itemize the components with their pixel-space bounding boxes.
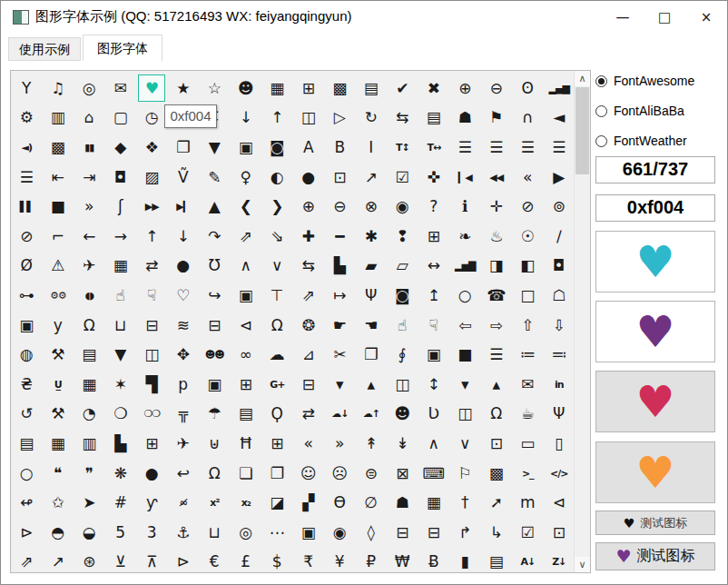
radio-fontweather[interactable]: FontWeather (595, 132, 687, 150)
grid-icon[interactable]: ƴ (136, 489, 168, 518)
grid-icon[interactable]: ∧ (418, 429, 450, 458)
grid-icon[interactable]: ✔ (387, 74, 418, 103)
grid-icon[interactable]: ₽ (356, 548, 388, 572)
grid-icon[interactable]: ↩ (168, 459, 200, 488)
grid-icon[interactable]: ⊠ (387, 459, 418, 488)
grid-icon[interactable]: ◙ (387, 281, 418, 310)
grid-icon[interactable]: ☰ (481, 341, 513, 370)
grid-icon[interactable]: ↗ (356, 163, 388, 192)
grid-icon[interactable]: Ħ (231, 429, 262, 458)
grid-icon[interactable]: ❐ (356, 341, 388, 370)
grid-icon[interactable]: ▶ (544, 163, 576, 192)
grid-icon[interactable]: ▣ (418, 341, 450, 370)
grid-icon[interactable]: ∅ (356, 489, 388, 518)
grid-icon[interactable]: ∨ (261, 252, 293, 281)
grid-icon[interactable]: ▷ (324, 104, 356, 133)
scrollbar-thumb[interactable] (576, 87, 589, 174)
grid-icon[interactable]: ⇆ (293, 252, 325, 281)
grid-icon[interactable]: ❐ (261, 459, 293, 488)
grid-icon[interactable]: Ϙ (261, 400, 293, 429)
scroll-up-icon[interactable]: ∧ (575, 71, 590, 86)
grid-icon[interactable]: ☰ (481, 133, 513, 162)
grid-icon[interactable]: ▣ (11, 311, 43, 340)
grid-icon[interactable]: ▩ (43, 133, 74, 162)
icon-code-field[interactable]: 0xf004 (595, 194, 715, 222)
grid-icon[interactable]: ⊞ (418, 222, 450, 251)
grid-icon[interactable]: ⇄ (293, 400, 325, 429)
grid-icon[interactable]: ⊤ (261, 281, 293, 310)
grid-icon[interactable]: ⇥ (74, 163, 105, 192)
grid-icon[interactable]: ╦ (168, 400, 200, 429)
grid-icon[interactable]: ☗ (449, 104, 481, 133)
grid-icon[interactable]: ◍ (11, 341, 43, 370)
grid-icon[interactable]: ○ (449, 281, 481, 310)
grid-icon[interactable]: ✚ (293, 222, 325, 251)
grid-icon[interactable]: ☖ (544, 281, 576, 310)
grid-icon[interactable]: Ṽ (168, 163, 200, 192)
grid-icon[interactable]: ☎ (481, 281, 513, 310)
grid-icon[interactable]: ✖ (418, 74, 450, 103)
grid-icon[interactable]: ▾ (449, 370, 481, 399)
grid-icon[interactable]: ❢ (387, 222, 418, 251)
grid-icon[interactable]: ▭ (512, 429, 544, 458)
grid-icon[interactable]: ▤ (418, 104, 450, 133)
grid-icon[interactable]: ✈ (74, 252, 105, 281)
grid-icon[interactable]: ☰ (449, 133, 481, 162)
grid-icon[interactable]: m (512, 489, 544, 518)
grid-icon[interactable]: ◎ (74, 74, 105, 103)
grid-icon[interactable]: ☉ (512, 222, 544, 251)
grid-icon[interactable]: ☰ (11, 163, 43, 192)
grid-icon[interactable]: ▱ (387, 252, 418, 281)
grid-icon[interactable]: ↡ (387, 429, 418, 458)
grid-icon[interactable]: ▣ (231, 133, 262, 162)
grid-icon[interactable]: ⊞ (293, 74, 325, 103)
grid-icon[interactable]: ▥ (74, 429, 105, 458)
grid-icon[interactable]: ☰ (544, 133, 576, 162)
grid-icon[interactable]: ♡ (168, 281, 200, 310)
grid-icon[interactable]: ▤ (356, 74, 388, 103)
grid-icon[interactable]: ▦ (418, 489, 450, 518)
grid-icon[interactable]: ⊗ (356, 193, 388, 222)
grid-icon[interactable]: ⇄ (136, 252, 168, 281)
grid-icon[interactable]: T↕ (387, 133, 418, 162)
grid-icon[interactable]: ▤ (11, 429, 43, 458)
grid-icon[interactable]: ❧ (449, 222, 481, 251)
grid-icon[interactable]: ⚐ (449, 459, 481, 488)
grid-icon[interactable]: ⊡ (544, 518, 576, 547)
grid-icon[interactable]: ∧ (231, 252, 262, 281)
grid-icon[interactable]: ⊘ (11, 222, 43, 251)
grid-icon[interactable]: † (449, 489, 481, 518)
grid-icon[interactable]: ⚙⚙ (43, 281, 74, 310)
grid-icon[interactable]: ▴ (481, 370, 513, 399)
grid-icon[interactable]: ☟ (136, 281, 168, 310)
grid-icon[interactable]: ⊘ (512, 193, 544, 222)
grid-icon[interactable]: ⊡ (324, 163, 356, 192)
grid-icon[interactable]: ↗ (43, 548, 74, 572)
grid-icon[interactable]: ¥ (324, 548, 356, 572)
grid-icon[interactable]: A↓ (512, 548, 544, 572)
grid-icon[interactable]: ❂ (293, 311, 325, 340)
test-icon-button-black[interactable]: ♥ 测试图标 (595, 511, 715, 535)
grid-icon[interactable]: ✎ (199, 163, 231, 192)
grid-icon[interactable]: ↑ (136, 222, 168, 251)
grid-icon[interactable]: ❋ (105, 459, 137, 488)
grid-icon[interactable]: ↷ (199, 222, 231, 251)
grid-icon[interactable]: ⊟ (418, 518, 450, 547)
grid-icon[interactable]: ☁↓ (324, 400, 356, 429)
grid-icon[interactable]: ⚠ (43, 252, 74, 281)
grid-icon[interactable]: ⌐ (43, 222, 74, 251)
grid-icon[interactable]: ◘ (105, 163, 137, 192)
grid-icon[interactable]: » (324, 429, 356, 458)
grid-icon[interactable]: ⇧ (512, 311, 544, 340)
grid-icon[interactable]: ▂▄▆ (544, 74, 576, 103)
grid-icon[interactable]: ◷ (136, 104, 168, 133)
minimize-button[interactable]: — (602, 1, 644, 34)
grid-icon[interactable]: ⌨ (418, 459, 450, 488)
grid-icon[interactable]: ✩ (43, 489, 74, 518)
grid-icon[interactable]: ☝ (387, 311, 418, 340)
grid-icon[interactable]: ☗ (387, 489, 418, 518)
grid-icon[interactable]: ▦ (43, 429, 74, 458)
grid-icon[interactable]: ⊜ (356, 459, 388, 488)
vertical-scrollbar[interactable]: ∧ ∨ (574, 71, 590, 572)
grid-icon[interactable]: ▮▮ (74, 133, 105, 162)
